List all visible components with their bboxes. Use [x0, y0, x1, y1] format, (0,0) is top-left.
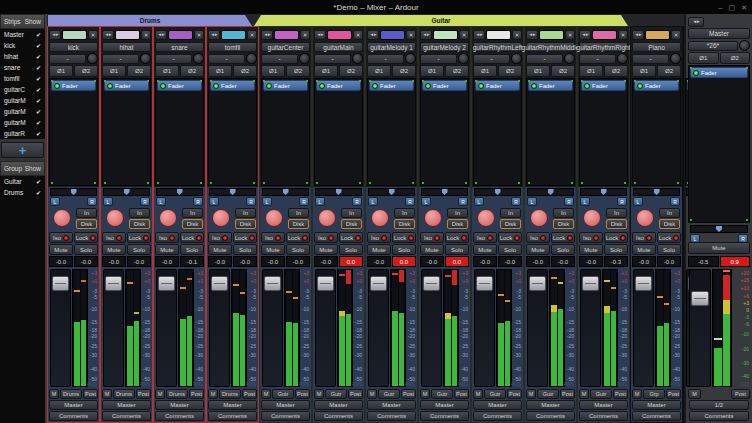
phase-invert-1-button[interactable]: Ø1 — [261, 65, 285, 77]
phase-invert-1-button[interactable]: Ø1 — [688, 52, 719, 64]
pan-track[interactable] — [50, 188, 97, 196]
comments-button[interactable]: Comments — [314, 411, 363, 421]
track-name-button[interactable]: guitarMelody 1 — [367, 42, 416, 52]
processor-active-led[interactable] — [693, 70, 699, 76]
track-color-chip[interactable] — [115, 30, 140, 40]
record-arm-button[interactable] — [265, 209, 283, 227]
track-color-chip[interactable] — [62, 30, 87, 40]
monitor-disk-button[interactable]: Disk — [394, 219, 415, 229]
monitor-disk-button[interactable]: Disk — [182, 219, 203, 229]
midi-button[interactable]: M — [579, 389, 589, 399]
gain-display[interactable]: -0.0 — [49, 256, 73, 267]
pan-handle[interactable] — [389, 189, 395, 195]
solo-button[interactable]: Solo — [392, 244, 416, 255]
peak-display[interactable]: -0.0 — [551, 256, 575, 267]
close-strip-icon[interactable]: ✕ — [406, 30, 416, 40]
pan-track[interactable] — [580, 188, 627, 196]
narrow-strip-icon[interactable]: ◄► — [102, 30, 114, 40]
metering-point-button[interactable]: Post — [348, 389, 363, 399]
trim-knob[interactable] — [87, 53, 98, 64]
processor-active-led[interactable] — [637, 83, 643, 89]
record-arm-button[interactable] — [530, 209, 548, 227]
narrow-strip-icon[interactable]: ◄► — [314, 30, 326, 40]
track-color-chip[interactable] — [645, 30, 670, 40]
record-arm-button[interactable] — [318, 209, 336, 227]
sidebar-strip-row[interactable]: snare✔ — [0, 62, 45, 73]
fader-handle[interactable] — [264, 276, 281, 291]
group-button[interactable]: Gutr — [272, 389, 294, 399]
metering-point-button[interactable]: Post — [666, 389, 681, 399]
sidebar-strip-row[interactable]: guitarR✔ — [0, 128, 45, 139]
record-arm-button[interactable] — [106, 209, 124, 227]
comments-button[interactable]: Comments — [102, 411, 151, 421]
master-gain-display[interactable]: -0.5 — [688, 256, 719, 267]
record-arm-button[interactable] — [53, 209, 71, 227]
mute-button[interactable]: Mute — [208, 244, 232, 255]
gain-display[interactable]: -0.0 — [632, 256, 656, 267]
monitor-disk-button[interactable]: Disk — [288, 219, 309, 229]
processor-active-led[interactable] — [584, 83, 590, 89]
processor-box[interactable]: Fader — [49, 78, 98, 186]
mute-button[interactable]: Mute — [526, 244, 550, 255]
record-arm-button[interactable] — [583, 209, 601, 227]
group-button[interactable]: Drums — [166, 389, 188, 399]
processor-box[interactable]: Fader — [526, 78, 575, 186]
comments-button[interactable]: Comments — [579, 411, 628, 421]
midi-button[interactable]: M — [208, 389, 218, 399]
input-button[interactable]: - — [102, 54, 139, 64]
metering-point-button[interactable]: Post — [295, 389, 310, 399]
processor-active-led[interactable] — [160, 83, 166, 89]
midi-button[interactable]: M — [420, 389, 430, 399]
fader[interactable] — [689, 269, 711, 387]
trim-knob[interactable] — [670, 53, 681, 64]
fader[interactable] — [262, 269, 283, 387]
output-button[interactable]: Master — [420, 400, 469, 410]
midi-button[interactable]: M — [526, 389, 536, 399]
narrow-strip-icon[interactable]: ◄► — [155, 30, 167, 40]
strip-visible-checkbox[interactable]: ✔ — [36, 64, 41, 71]
pan-track[interactable] — [474, 188, 521, 196]
pan-track[interactable] — [262, 188, 309, 196]
pan-handle[interactable] — [442, 189, 448, 195]
comments-button[interactable]: Comments — [49, 411, 98, 421]
output-button[interactable]: Master — [102, 400, 151, 410]
mute-button[interactable]: Mute — [155, 244, 179, 255]
track-color-chip[interactable] — [592, 30, 617, 40]
solo-button[interactable]: Solo — [127, 244, 151, 255]
pan-handle[interactable] — [124, 189, 130, 195]
phase-invert-2-button[interactable]: Ø2 — [339, 65, 363, 77]
fader-handle[interactable] — [423, 276, 440, 291]
phase-invert-2-button[interactable]: Ø2 — [498, 65, 522, 77]
input-button[interactable]: - — [526, 54, 563, 64]
comments-button[interactable]: Comments — [632, 411, 681, 421]
pan-handle[interactable] — [230, 189, 236, 195]
processor-box[interactable]: Fader — [155, 78, 204, 186]
fader-handle[interactable] — [691, 291, 709, 306]
processor-active-led[interactable] — [266, 83, 272, 89]
group-button[interactable]: Drums — [219, 389, 241, 399]
solo-isolate-button[interactable]: Iso — [102, 232, 126, 243]
track-name-button[interactable]: snare — [155, 42, 204, 52]
output-button[interactable]: Master — [155, 400, 204, 410]
pan-handle[interactable] — [654, 189, 660, 195]
mute-button[interactable]: Mute — [420, 244, 444, 255]
narrow-strip-icon[interactable]: ◄► — [367, 30, 379, 40]
output-button[interactable]: Master — [261, 400, 310, 410]
solo-lock-button[interactable]: Lock — [286, 232, 310, 243]
fader[interactable] — [633, 269, 654, 387]
strip-visible-checkbox[interactable]: ✔ — [36, 53, 41, 60]
fader[interactable] — [50, 269, 71, 387]
midi-button[interactable]: M — [473, 389, 483, 399]
track-name-button[interactable]: Piano — [632, 42, 681, 52]
track-name-button[interactable]: guitarRhythmRight — [579, 42, 628, 52]
titlebar[interactable]: *Demo – Mixer – Ardour – ▢ ✕ — [0, 0, 752, 14]
processor-box[interactable]: Fader — [632, 78, 681, 186]
close-icon[interactable]: ✕ — [741, 4, 747, 11]
track-name-button[interactable]: guitarMelody 2 — [420, 42, 469, 52]
track-name-button[interactable]: guitarRhythmLeft — [473, 42, 522, 52]
midi-button[interactable]: M — [688, 389, 701, 399]
pan-track[interactable] — [421, 188, 468, 196]
group-button[interactable]: Gutr — [537, 389, 559, 399]
solo-isolate-button[interactable]: Iso — [579, 232, 603, 243]
monitor-disk-button[interactable]: Disk — [447, 219, 468, 229]
